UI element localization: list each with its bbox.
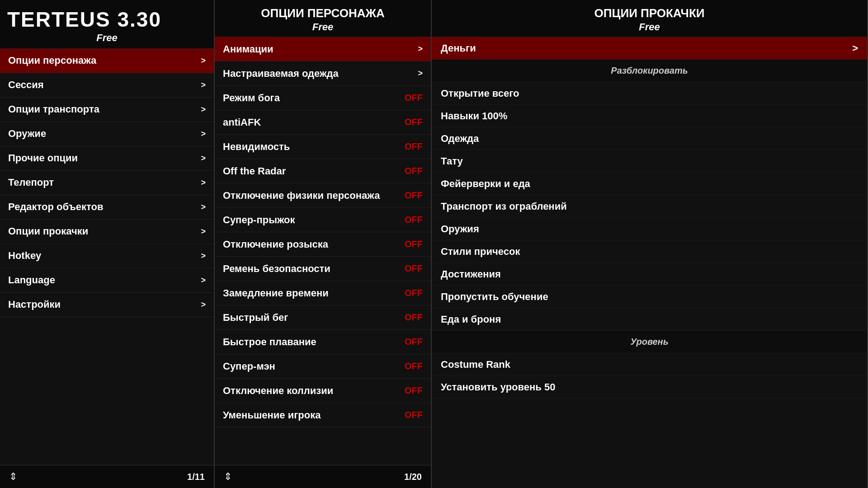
mid-menu-item-8[interactable]: Отключение розыскаOFF: [215, 232, 431, 257]
mid-item-label-2: Режим бога: [223, 92, 280, 104]
mid-item-status-15: OFF: [405, 410, 423, 420]
mid-item-status-8: OFF: [405, 239, 423, 249]
left-menu-item-7[interactable]: Опции прокачки>: [0, 220, 214, 244]
mid-item-status-11: OFF: [405, 312, 423, 323]
mid-menu-item-2[interactable]: Режим богаOFF: [215, 86, 431, 110]
left-menu-item-1[interactable]: Сессия>: [0, 73, 214, 98]
left-menu-item-6[interactable]: Редактор объектов>: [0, 195, 214, 220]
mid-menu-item-7[interactable]: Супер-прыжокOFF: [215, 208, 431, 232]
left-item-label-5: Телепорт: [8, 177, 54, 188]
right-menu-item-6[interactable]: Фейерверки и еда: [432, 173, 867, 195]
right-item-label-12: Еда и броня: [441, 314, 501, 325]
mid-menu-item-5[interactable]: Off the RadarOFF: [215, 159, 431, 183]
mid-item-status-3: OFF: [405, 117, 423, 127]
mid-item-label-5: Off the Radar: [223, 165, 286, 177]
right-menu-item-7[interactable]: Транспорт из ограблений: [432, 195, 867, 218]
left-item-label-1: Сессия: [8, 79, 44, 91]
mid-menu-item-15[interactable]: Уменьшение игрокаOFF: [215, 403, 431, 427]
mid-item-label-10: Замедление времени: [223, 287, 329, 299]
left-menu-item-2[interactable]: Опции транспорта>: [0, 98, 214, 122]
left-item-label-0: Опции персонажа: [8, 55, 96, 66]
mid-item-status-13: OFF: [405, 361, 423, 371]
mid-item-status-14: OFF: [405, 385, 423, 396]
left-item-label-9: Language: [8, 274, 55, 286]
mid-menu-item-9[interactable]: Ремень безопасностиOFF: [215, 257, 431, 281]
right-item-arrow-0: >: [852, 42, 858, 54]
right-menu-item-4[interactable]: Одежда: [432, 127, 867, 150]
right-menu-item-2[interactable]: Открытие всего: [432, 82, 867, 105]
mid-item-label-6: Отключение физики персонажа: [223, 190, 380, 202]
left-free-label: Free: [7, 32, 207, 44]
mid-menu-item-4[interactable]: НевидимостьOFF: [215, 135, 431, 159]
mid-menu-item-3[interactable]: antiAFKOFF: [215, 110, 431, 135]
left-menu-item-5[interactable]: Телепорт>: [0, 171, 214, 195]
right-menu-item-14[interactable]: Costume Rank: [432, 353, 867, 376]
right-item-label-0: Деньги: [441, 42, 476, 54]
right-item-label-10: Достижения: [441, 268, 501, 280]
mid-item-label-8: Отключение розыска: [223, 239, 328, 250]
mid-menu-item-0[interactable]: Анимации>: [215, 37, 431, 61]
mid-menu-item-1[interactable]: Настраиваемая одежда>: [215, 61, 431, 86]
left-menu-item-4[interactable]: Прочие опции>: [0, 146, 214, 171]
mid-item-label-14: Отключение коллизии: [223, 385, 333, 397]
mid-footer: ⇕ 1/20: [215, 465, 431, 488]
mid-menu-item-10[interactable]: Замедление времениOFF: [215, 281, 431, 305]
left-item-label-7: Опции прокачки: [8, 225, 88, 237]
mid-item-arrow-0: >: [418, 44, 423, 54]
mid-item-status-10: OFF: [405, 288, 423, 298]
mid-menu-item-12[interactable]: Быстрое плаваниеOFF: [215, 330, 431, 354]
left-item-label-4: Прочие опции: [8, 152, 78, 164]
right-menu-item-11[interactable]: Пропустить обучение: [432, 286, 867, 308]
left-menu-item-0[interactable]: Опции персонажа>: [0, 49, 214, 73]
right-item-label-6: Фейерверки и еда: [441, 178, 530, 190]
right-menu-item-8[interactable]: Оружия: [432, 218, 867, 240]
app-title: teRteus 3.30: [7, 8, 207, 31]
mid-menu-item-13[interactable]: Супер-мэнOFF: [215, 354, 431, 379]
mid-item-label-9: Ремень безопасности: [223, 263, 330, 275]
right-menu-item-10[interactable]: Достижения: [432, 263, 867, 286]
left-menu-item-9[interactable]: Language>: [0, 268, 214, 293]
mid-menu-list: Анимации>Настраиваемая одежда>Режим бога…: [215, 37, 431, 465]
left-item-arrow-6: >: [201, 202, 206, 212]
mid-item-status-6: OFF: [405, 190, 423, 201]
right-header: Опции прокачки Free: [432, 0, 867, 37]
left-item-arrow-0: >: [201, 56, 206, 66]
left-nav-arrows[interactable]: ⇕: [9, 471, 17, 483]
left-menu-item-10[interactable]: Настройки>: [0, 293, 214, 317]
mid-item-label-15: Уменьшение игрока: [223, 409, 321, 421]
left-item-arrow-2: >: [201, 105, 206, 114]
left-menu-item-3[interactable]: Оружие>: [0, 122, 214, 146]
mid-panel: Опции персонажа Free Анимации>Настраивае…: [215, 0, 432, 488]
left-item-arrow-1: >: [201, 80, 206, 90]
left-item-label-6: Редактор объектов: [8, 201, 104, 213]
right-menu-item-15[interactable]: Установить уровень 50: [432, 376, 867, 399]
left-item-label-10: Настройки: [8, 299, 61, 310]
mid-menu-item-11[interactable]: Быстрый бегOFF: [215, 305, 431, 330]
right-section-1: Разблокировать: [432, 60, 867, 82]
right-menu-item-3[interactable]: Навыки 100%: [432, 105, 867, 127]
right-item-label-5: Тату: [441, 155, 463, 167]
mid-item-arrow-1: >: [418, 69, 423, 78]
mid-item-label-3: antiAFK: [223, 117, 261, 128]
mid-menu-item-6[interactable]: Отключение физики персонажаOFF: [215, 183, 431, 208]
left-page-indicator: 1/11: [187, 472, 205, 482]
mid-item-label-11: Быстрый бег: [223, 312, 288, 324]
right-menu-item-12[interactable]: Еда и броня: [432, 308, 867, 331]
mid-item-status-5: OFF: [405, 166, 423, 176]
mid-nav-arrows[interactable]: ⇕: [224, 471, 232, 483]
right-menu-item-9[interactable]: Стили причесок: [432, 240, 867, 263]
right-item-label-14: Costume Rank: [441, 359, 510, 371]
right-menu-item-5[interactable]: Тату: [432, 150, 867, 173]
mid-menu-item-14[interactable]: Отключение коллизииOFF: [215, 379, 431, 403]
left-item-arrow-5: >: [201, 178, 206, 188]
left-item-arrow-7: >: [201, 227, 206, 236]
left-menu-item-8[interactable]: Hotkey>: [0, 244, 214, 268]
mid-item-label-12: Быстрое плавание: [223, 336, 316, 348]
mid-free-label: Free: [222, 21, 424, 33]
right-panel: Опции прокачки Free Деньги>Разблокироват…: [432, 0, 868, 488]
mid-item-label-0: Анимации: [223, 43, 274, 55]
mid-item-label-7: Супер-прыжок: [223, 214, 295, 226]
right-menu-item-0[interactable]: Деньги>: [432, 37, 867, 60]
right-section-13: Уровень: [432, 331, 867, 353]
mid-item-status-2: OFF: [405, 93, 423, 103]
